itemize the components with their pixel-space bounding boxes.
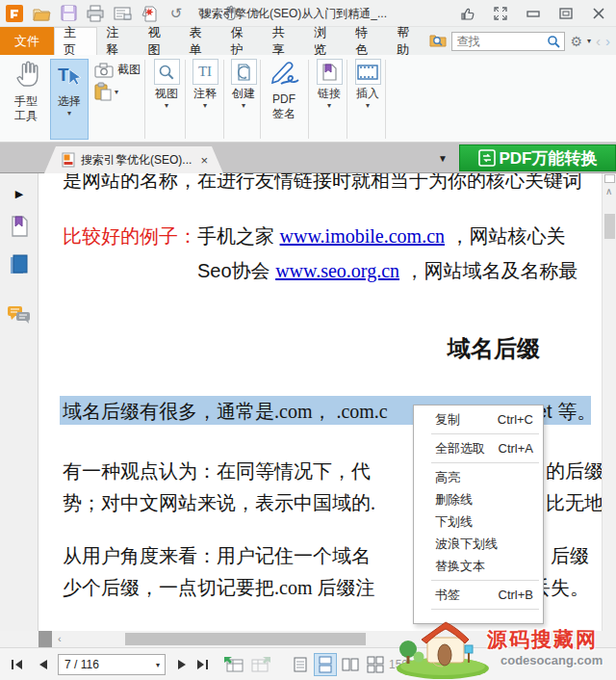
gear-icon[interactable]: ⚙ [570, 35, 582, 48]
pdf-sign-button[interactable]: PDF签名 [262, 59, 306, 121]
pdf-sign-label-2: 签名 [272, 107, 295, 120]
single-page-view-button[interactable] [289, 653, 312, 676]
menu-separator [431, 462, 539, 463]
doc-para1-line2-right: 比无地 [546, 490, 602, 516]
doc-para1-line1-right: 的后缀 [546, 458, 602, 484]
menu-item-strikeout[interactable]: 删除线 [414, 488, 543, 510]
tab-help[interactable]: 帮助 [388, 27, 429, 55]
undo-icon[interactable]: ↺ [166, 3, 187, 24]
menu-item-underline[interactable]: 下划线 [414, 510, 543, 533]
pages-panel-button[interactable] [0, 248, 38, 281]
document-page[interactable]: 是网站的名称，在进行友情链接时就相当于为你的核心关键词 比较好的例子：手机之家 … [38, 173, 602, 631]
menu-item-bookmark[interactable]: 书签Ctrl+B [414, 584, 543, 606]
tab-view[interactable]: 视图 [139, 27, 180, 55]
menu-separator [431, 433, 539, 434]
tab-home[interactable]: 主页 [54, 27, 97, 55]
continuous-facing-view-button[interactable] [364, 653, 387, 676]
insert-button[interactable]: 插入 ▾ [348, 59, 387, 110]
panel-resize-grip[interactable] [38, 631, 52, 647]
tab-browse[interactable]: 浏览 [305, 27, 346, 55]
page-number-box[interactable]: 7 / 116▾ [58, 648, 166, 680]
scan-document-icon[interactable] [139, 3, 160, 24]
last-page-button[interactable] [196, 648, 212, 680]
hand-tool-button[interactable]: 手型工具 [6, 59, 46, 123]
file-menu-button[interactable]: 文件 [0, 27, 54, 55]
create-label: 创建 [232, 87, 255, 101]
link-page-icon [317, 59, 343, 85]
link-button[interactable]: 链接 ▾ [310, 59, 348, 110]
tab-protect[interactable]: 保护 [222, 27, 264, 55]
horizontal-scroll-thumb[interactable] [125, 633, 366, 645]
facing-view-button[interactable] [339, 653, 362, 676]
document-tab[interactable]: 搜索引擎优化(SEO)... × [44, 146, 223, 173]
minimize-icon[interactable] [524, 4, 543, 23]
navigation-panel: ▶ [0, 173, 38, 631]
doc-link-seo[interactable]: www.seo.org.cn [275, 260, 399, 281]
split-view-handle[interactable] [604, 174, 615, 183]
insert-label: 插入 [356, 87, 379, 101]
scroll-left-icon[interactable]: ‹ [58, 633, 62, 644]
window-controls [458, 0, 614, 27]
menu-item-replace-text[interactable]: 替换文本 [414, 555, 543, 577]
next-view-button[interactable] [250, 648, 271, 680]
context-menu: 复制Ctrl+C 全部选取Ctrl+A 高亮 删除线 下划线 波浪下划线 替换文… [413, 405, 544, 624]
create-dropdown-icon: ▾ [242, 102, 245, 110]
print-icon[interactable] [85, 3, 106, 24]
bookmarks-panel-button[interactable] [0, 210, 38, 243]
title-bar: ↺ ↻ ⇟ 搜索引擎优化(SEO)从入门到精通_... [0, 0, 616, 27]
tab-list-dropdown-icon[interactable]: ▼ [438, 153, 448, 164]
menu-item-copy[interactable]: 复制Ctrl+C [414, 408, 543, 431]
search-input[interactable] [452, 33, 541, 50]
email-icon[interactable] [112, 3, 133, 24]
tab-comment[interactable]: 注释 [97, 27, 139, 55]
nav-back-icon[interactable]: ‹ [596, 34, 601, 48]
comments-panel-button[interactable] [0, 299, 38, 331]
main-area: ▶ 是网站的名称，在进行友情链接时就相当于为你的核心关键词 比较好的例子：手机之… [0, 173, 616, 647]
doc-link-imobile[interactable]: www.imobile.com.cn [280, 225, 445, 247]
next-page-button[interactable] [177, 648, 189, 680]
tab-form[interactable]: 表单 [181, 27, 222, 55]
restore-icon[interactable] [556, 4, 576, 23]
doc-heading: 域名后缀 [448, 333, 540, 364]
vertical-scroll-thumb[interactable] [604, 214, 615, 239]
prev-view-button[interactable] [223, 648, 244, 680]
menu-separator [431, 609, 539, 610]
save-icon[interactable] [58, 3, 79, 24]
snapshot-button[interactable]: 截图 [94, 62, 141, 78]
fullscreen-icon[interactable] [491, 4, 510, 23]
pdf-convert-button[interactable]: PDF万能转换 [459, 144, 616, 171]
expand-panel-button[interactable]: ▶ [0, 177, 38, 210]
tab-share[interactable]: 共享 [264, 27, 305, 55]
menu-item-select-all[interactable]: 全部选取Ctrl+A [414, 437, 543, 459]
view-button[interactable]: 视图 ▾ [147, 59, 186, 110]
tab-feature[interactable]: 特色 [346, 27, 388, 55]
doc-para1-line1: 有一种观点认为：在同等情况下，代 [63, 458, 371, 484]
page-dropdown-icon[interactable]: ▾ [156, 661, 165, 669]
create-button[interactable]: 创建 ▾ [224, 59, 263, 110]
select-tool-button[interactable]: T 选择 ▾ [50, 59, 89, 140]
pdf-sign-label-1: PDF [272, 92, 295, 106]
doc-selected-text-left: 域名后缀有很多，通常是.com， .com.c [63, 399, 388, 425]
vertical-scrollbar[interactable]: ∧ [602, 173, 616, 631]
expand-panel-icon: ▶ [15, 188, 23, 200]
open-file-icon[interactable] [31, 3, 52, 24]
share-icon[interactable] [458, 4, 477, 23]
comment-button[interactable]: TI 注释 ▾ [186, 59, 224, 110]
scroll-up-icon[interactable]: ∧ [605, 186, 612, 196]
close-icon[interactable] [589, 4, 608, 23]
clipboard-button[interactable]: ▾ [94, 82, 118, 101]
continuous-view-button[interactable] [314, 653, 337, 676]
menu-item-squiggly-underline[interactable]: 波浪下划线 [414, 533, 543, 555]
gear-dropdown-icon[interactable]: ▾ [587, 38, 591, 45]
search-folder-icon[interactable] [429, 32, 447, 50]
nav-forward-icon[interactable]: › [605, 34, 610, 48]
link-dropdown-icon: ▾ [327, 102, 331, 110]
first-page-button[interactable] [10, 648, 25, 680]
search-icon[interactable] [547, 35, 561, 49]
menu-item-highlight[interactable]: 高亮 [414, 466, 543, 488]
doc-para2-line1: 从用户角度来看：用户记住一个域名 [63, 543, 371, 569]
close-tab-icon[interactable]: × [200, 153, 208, 168]
insert-dropdown-icon: ▾ [366, 102, 370, 110]
prev-page-button[interactable] [37, 648, 48, 680]
select-tool-label: 选择 [58, 94, 81, 109]
